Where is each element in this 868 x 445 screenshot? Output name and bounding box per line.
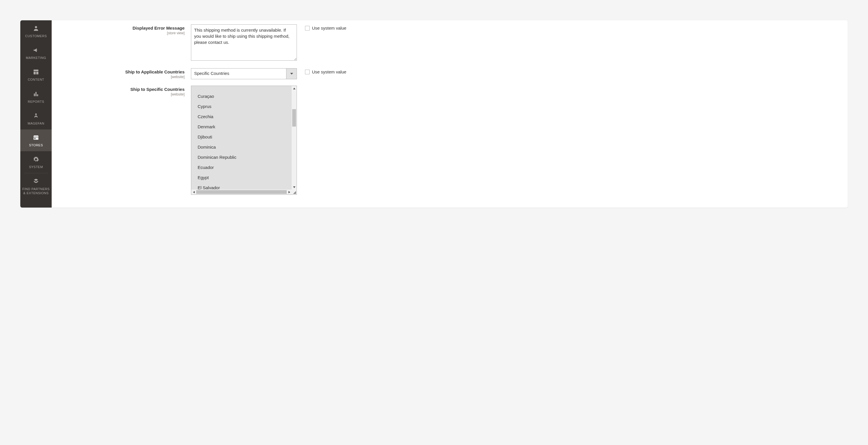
sidebar-item-stores[interactable]: STORES <box>20 129 52 151</box>
sidebar-item-customers[interactable]: CUSTOMERS <box>20 20 52 42</box>
magefan-icon <box>32 112 40 120</box>
sidebar-item-label: STORES <box>29 143 43 147</box>
country-option[interactable]: Egypt <box>198 172 292 183</box>
scroll-right-arrow-icon[interactable] <box>287 189 292 195</box>
country-option[interactable]: Cyprus <box>198 101 292 112</box>
country-option[interactable]: El Salvador <box>198 183 292 189</box>
sidebar-item-marketing[interactable]: MARKETING <box>20 42 52 64</box>
applicable-countries-select[interactable]: Specific Countries <box>191 68 297 79</box>
use-system-label[interactable]: Use system value <box>312 69 346 74</box>
sidebar-item-label: CUSTOMERS <box>25 34 47 38</box>
field-label: Ship to Specific Countries <box>63 87 185 92</box>
sidebar-item-label: FIND PARTNERS & EXTENSIONS <box>22 187 50 195</box>
scrollbar-thumb[interactable] <box>292 109 296 126</box>
sidebar-item-system[interactable]: SYSTEM <box>20 151 52 173</box>
stores-icon <box>32 134 40 142</box>
sidebar-item-content[interactable]: CONTENT <box>20 64 52 86</box>
horizontal-scrollbar[interactable] <box>191 189 292 195</box>
field-scope: [website] <box>63 75 185 79</box>
error-message-textarea[interactable] <box>191 24 297 61</box>
field-specific-countries: Ship to Specific Countries [website] Cur… <box>63 86 836 195</box>
scroll-left-arrow-icon[interactable] <box>191 189 196 195</box>
use-system-checkbox[interactable] <box>305 70 310 74</box>
svg-rect-1 <box>34 93 35 96</box>
country-option[interactable]: Denmark <box>198 122 292 132</box>
country-option[interactable]: Dominica <box>198 142 292 152</box>
country-option[interactable]: Czechia <box>198 112 292 122</box>
svg-rect-3 <box>37 94 38 96</box>
select-value: Specific Countries <box>191 68 286 79</box>
sidebar-item-label: REPORTS <box>28 100 44 103</box>
field-scope: [store view] <box>63 31 185 35</box>
field-label: Ship to Applicable Countries <box>63 69 185 74</box>
sidebar-item-label: MAGEFAN <box>28 122 44 125</box>
country-option[interactable]: Djibouti <box>198 132 292 142</box>
sidebar-item-magefan[interactable]: MAGEFAN <box>20 108 52 129</box>
scrollbar-thumb[interactable] <box>196 190 287 194</box>
sidebar-item-label: CONTENT <box>28 78 44 82</box>
specific-countries-multiselect[interactable]: Curaçao Cyprus Czechia Denmark Djibouti … <box>191 86 297 195</box>
svg-rect-2 <box>35 92 37 96</box>
field-label: Displayed Error Message <box>63 26 185 30</box>
sidebar-item-reports[interactable]: REPORTS <box>20 86 52 108</box>
megaphone-icon <box>32 46 40 54</box>
chevron-down-icon <box>286 68 297 79</box>
barchart-icon <box>32 90 40 98</box>
svg-point-0 <box>35 26 37 28</box>
sidebar-item-label: MARKETING <box>26 56 46 60</box>
gear-icon <box>32 155 40 164</box>
multiselect-list: Curaçao Cyprus Czechia Denmark Djibouti … <box>191 86 292 189</box>
app-window: CUSTOMERS MARKETING CONTENT REPORTS MAGE <box>20 20 848 208</box>
field-scope: [website] <box>63 92 185 96</box>
use-system-checkbox[interactable] <box>305 26 310 30</box>
scroll-down-arrow-icon[interactable] <box>292 185 297 189</box>
country-option[interactable]: Curaçao <box>198 91 292 101</box>
scroll-up-arrow-icon[interactable] <box>292 86 297 91</box>
field-applicable-countries: Ship to Applicable Countries [website] S… <box>63 68 836 79</box>
vertical-scrollbar[interactable] <box>292 86 297 189</box>
use-system-label[interactable]: Use system value <box>312 26 346 30</box>
country-option[interactable]: Dominican Republic <box>198 152 292 162</box>
main-content: Displayed Error Message [store view] Use… <box>52 20 848 208</box>
customers-icon <box>32 24 40 32</box>
resize-grip-icon[interactable] <box>292 189 297 195</box>
blocks-icon <box>32 177 40 185</box>
admin-sidebar: CUSTOMERS MARKETING CONTENT REPORTS MAGE <box>20 20 52 208</box>
field-displayed-error-message: Displayed Error Message [store view] Use… <box>63 24 836 62</box>
country-option[interactable]: Ecuador <box>198 162 292 172</box>
layout-icon <box>32 68 40 76</box>
sidebar-item-label: SYSTEM <box>29 165 43 169</box>
sidebar-item-partners[interactable]: FIND PARTNERS & EXTENSIONS <box>20 173 52 199</box>
